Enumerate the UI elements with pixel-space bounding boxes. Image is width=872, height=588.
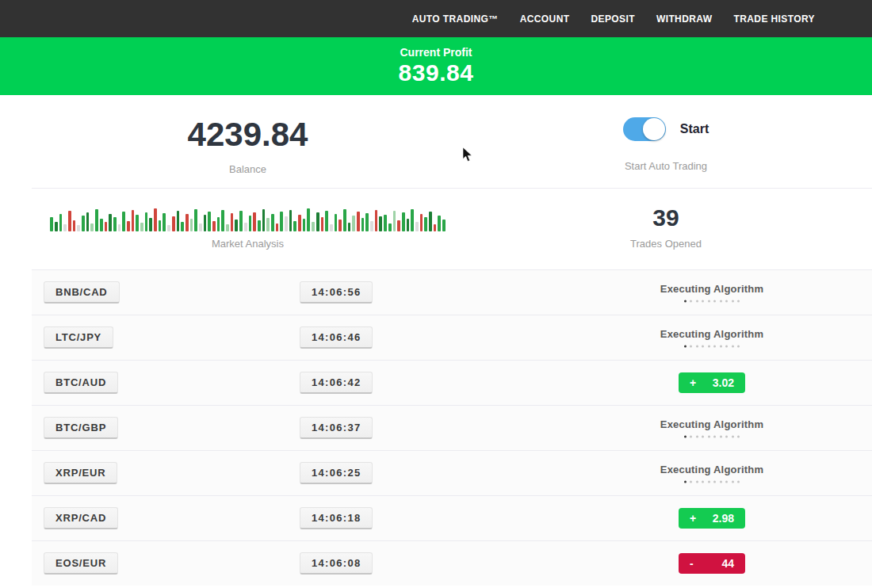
chart-bar	[285, 216, 288, 231]
chart-bar	[370, 221, 373, 231]
profit-badge: +3.02	[679, 372, 745, 393]
chart-bar	[190, 219, 193, 231]
progress-dot	[725, 481, 728, 483]
progress-dot	[713, 346, 716, 348]
profit-banner: Current Profit 839.84	[0, 37, 872, 95]
chart-bar	[132, 210, 135, 231]
chart-bar	[239, 211, 243, 231]
chart-bar	[280, 212, 283, 231]
chart-bar	[118, 224, 121, 231]
pair-badge: XRP/CAD	[44, 507, 118, 529]
trades-opened-block: 39 Trades Opened	[495, 204, 836, 269]
result-sign: -	[690, 557, 694, 570]
chart-bar	[226, 224, 229, 231]
nav-item-deposit[interactable]: DEPOSIT	[591, 13, 634, 25]
progress-dot	[684, 346, 687, 348]
time-badge: 14:06:56	[300, 281, 373, 304]
current-profit-value: 839.84	[399, 59, 474, 86]
progress-dot	[684, 436, 687, 438]
chart-bar	[221, 210, 224, 231]
chart-bar	[438, 216, 441, 231]
chart-bar	[63, 224, 67, 231]
chart-bar	[217, 217, 220, 231]
progress-dot	[690, 481, 692, 483]
chart-bar	[375, 210, 378, 231]
nav-item-auto-trading[interactable]: AUTO TRADING™	[412, 13, 499, 25]
chart-bar	[185, 214, 189, 231]
chart-bar	[122, 212, 125, 231]
progress-dot	[702, 346, 704, 348]
chart-bar	[82, 216, 85, 231]
chart-bar	[379, 216, 382, 231]
chart-bar	[384, 215, 387, 231]
chart-bar	[312, 222, 315, 231]
chart-bar	[199, 223, 202, 231]
chart-bar	[244, 223, 247, 231]
progress-dot	[732, 436, 734, 438]
progress-dot	[713, 300, 716, 303]
chart-bar	[393, 211, 396, 231]
trade-row: BNB/CAD14:06:56Executing Algorithm	[32, 269, 872, 315]
progress-dot	[737, 481, 740, 483]
time-badge: 14:06:25	[300, 462, 373, 484]
market-analysis-chart	[0, 204, 495, 231]
progress-dot	[690, 300, 692, 303]
executing-algorithm-label: Executing Algorithm	[660, 418, 763, 430]
trade-row: BTC/GBP14:06:37Executing Algorithm	[32, 405, 872, 450]
chart-bar	[163, 213, 166, 231]
chart-bar	[136, 215, 139, 231]
nav-item-account[interactable]: ACCOUNT	[520, 13, 570, 25]
nav-item-trade-history[interactable]: TRADE HISTORY	[733, 13, 815, 25]
start-auto-trading-label: Start Auto Trading	[495, 160, 836, 172]
chart-bar	[397, 220, 400, 231]
stats-row-top: 4239.84 Balance Start Start Auto Trading	[0, 95, 872, 188]
progress-dot	[737, 300, 740, 303]
chart-bar	[307, 208, 310, 231]
progress-dot	[737, 346, 740, 348]
chart-bar	[442, 220, 446, 231]
trade-row: XRP/CAD14:06:18+2.98	[32, 495, 872, 540]
chart-bar	[321, 217, 324, 231]
current-profit-label: Current Profit	[400, 46, 472, 59]
chart-bar	[365, 213, 369, 231]
progress-dot	[684, 481, 687, 483]
trades-opened-value: 39	[495, 204, 836, 231]
chart-bar	[303, 219, 306, 231]
chart-bar	[420, 214, 423, 231]
chart-bar	[434, 224, 437, 231]
pair-badge: XRP/EUR	[44, 462, 117, 484]
trade-row: BTC/AUD14:06:42+3.02	[32, 360, 872, 405]
balance-label: Balance	[0, 163, 495, 175]
trade-status: +3.02	[609, 372, 815, 393]
progress-dot	[737, 436, 740, 438]
trade-status: Executing Algorithm	[609, 418, 815, 438]
chart-bar	[208, 212, 211, 231]
progress-dots	[684, 346, 740, 348]
progress-dot	[708, 300, 710, 303]
chart-bar	[50, 217, 53, 231]
chart-bar	[212, 221, 216, 231]
time-badge: 14:06:08	[300, 552, 373, 575]
chart-bar	[402, 212, 405, 231]
chart-bar	[316, 212, 319, 231]
nav-item-withdraw[interactable]: WITHDRAW	[656, 13, 713, 25]
chart-bar	[55, 222, 58, 231]
start-toggle[interactable]	[623, 117, 666, 141]
chart-bar	[325, 211, 328, 231]
chart-bar	[231, 213, 234, 231]
top-nav: AUTO TRADING™ACCOUNTDEPOSITWITHDRAWTRADE…	[0, 0, 872, 37]
progress-dot	[732, 346, 734, 348]
chart-bar	[249, 216, 252, 231]
chart-bar	[357, 212, 360, 231]
balance-block: 4239.84 Balance	[0, 117, 495, 188]
progress-dots	[684, 436, 740, 438]
chart-bar	[167, 225, 170, 231]
trade-status: Executing Algorithm	[609, 328, 815, 348]
progress-dot	[732, 481, 734, 483]
chart-bar	[105, 222, 108, 231]
chart-bar	[59, 214, 63, 231]
result-value: 2.98	[713, 512, 734, 525]
chart-bar	[86, 212, 90, 231]
progress-dot	[725, 346, 728, 348]
pair-badge: LTC/JPY	[44, 326, 113, 349]
